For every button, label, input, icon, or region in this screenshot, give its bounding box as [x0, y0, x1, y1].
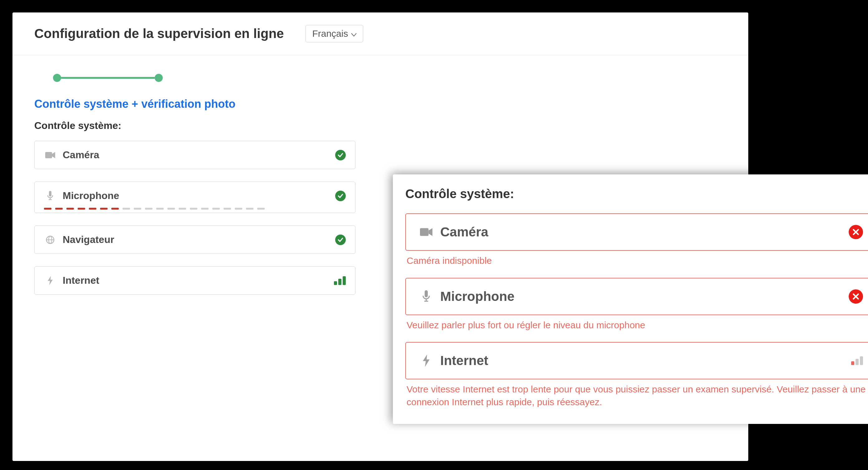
check-label: Microphone [63, 190, 335, 202]
status-ok-icon [335, 150, 346, 160]
check-label: Caméra [63, 149, 335, 161]
language-label: Français [312, 28, 348, 39]
microphone-level-meter [44, 208, 265, 210]
progress-indicator [53, 74, 726, 82]
svg-rect-1 [49, 191, 52, 197]
panel-header: Configuration de la supervision en ligne… [12, 12, 748, 55]
camera-icon [418, 226, 434, 238]
check-label: Internet [63, 275, 334, 286]
progress-dot [155, 74, 163, 82]
error-message: Votre vitesse Internet est trop lente po… [407, 383, 868, 408]
page-title: Configuration de la supervision en ligne [34, 26, 284, 41]
check-row-camera[interactable]: Caméra [34, 141, 355, 169]
svg-rect-7 [420, 228, 429, 236]
globe-icon [44, 235, 56, 244]
error-message: Caméra indisponible [407, 255, 868, 267]
status-error-icon [849, 225, 863, 239]
error-message: Veuillez parler plus fort ou régler le n… [407, 319, 868, 332]
microphone-icon [44, 191, 56, 201]
status-ok-icon [335, 235, 346, 245]
check-row-camera[interactable]: Caméra [405, 213, 868, 251]
lightning-icon [418, 355, 434, 367]
progress-bar [61, 77, 155, 79]
progress-dot [53, 74, 61, 82]
svg-rect-0 [45, 152, 52, 158]
check-label: Internet [440, 353, 851, 368]
check-row-microphone[interactable]: Microphone [34, 181, 355, 213]
chevron-down-icon [351, 28, 357, 39]
check-row-browser[interactable]: Navigateur [34, 226, 355, 254]
check-row-internet[interactable]: Internet [405, 342, 868, 379]
section-label: Contrôle système: [405, 187, 868, 201]
status-ok-icon [335, 191, 346, 201]
signal-strength-icon [851, 356, 863, 365]
config-panel-errors: Contrôle système: Caméra Caméra indispon… [393, 174, 868, 424]
svg-rect-8 [425, 290, 428, 297]
check-label: Microphone [440, 289, 849, 304]
signal-strength-icon [334, 276, 346, 285]
check-row-microphone[interactable]: Microphone [405, 278, 868, 315]
status-error-icon [849, 289, 863, 304]
step-title: Contrôle système + vérification photo [34, 98, 726, 110]
lightning-icon [44, 276, 56, 285]
check-row-internet[interactable]: Internet [34, 266, 355, 295]
camera-icon [44, 152, 56, 159]
check-label: Navigateur [63, 234, 335, 245]
check-label: Caméra [440, 225, 849, 239]
language-selector[interactable]: Français [306, 25, 363, 42]
microphone-icon [418, 290, 434, 303]
section-label: Contrôle système: [34, 120, 726, 131]
